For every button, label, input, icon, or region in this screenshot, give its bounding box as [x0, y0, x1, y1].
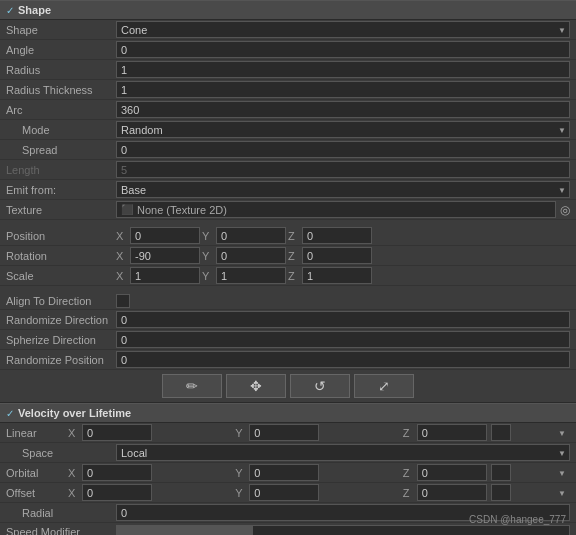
rot-z-input[interactable] [302, 247, 372, 264]
velocity-section-header[interactable]: ✓ Velocity over Lifetime [0, 403, 576, 423]
pos-x-label: X [116, 230, 126, 242]
offset-x-input[interactable] [82, 484, 152, 501]
linear-y-input[interactable] [249, 424, 319, 441]
move-button[interactable]: ✥ [226, 374, 286, 398]
align-row: Align To Direction [0, 292, 576, 310]
rot-y-input[interactable] [216, 247, 286, 264]
radius-input[interactable] [116, 61, 570, 78]
rot-y-label: Y [202, 250, 212, 262]
length-row: Length [0, 160, 576, 180]
orbital-dropdown[interactable] [491, 464, 570, 481]
linear-label: Linear [6, 427, 66, 439]
length-label: Length [6, 164, 116, 176]
offset-y-input[interactable] [249, 484, 319, 501]
shape-select-wrapper[interactable]: Cone Sphere Box [116, 21, 570, 38]
align-checkbox[interactable] [116, 294, 130, 308]
edit-button[interactable]: ✏ [162, 374, 222, 398]
offset-dropdown[interactable] [491, 484, 570, 501]
texture-label: Texture [6, 204, 116, 216]
shape-label: Shape [6, 24, 116, 36]
spherize-input[interactable] [116, 331, 570, 348]
mode-select[interactable]: Random Loop Ping-Pong [116, 121, 570, 138]
spread-input[interactable] [116, 141, 570, 158]
space-select[interactable]: Local World [116, 444, 570, 461]
space-row: Space Local World [0, 443, 576, 463]
emit-from-select-wrapper[interactable]: Base Volume Base Shell [116, 181, 570, 198]
rot-x-label: X [116, 250, 126, 262]
offset-select[interactable] [491, 484, 511, 501]
pos-z-input[interactable] [302, 227, 372, 244]
offset-x-label: X [68, 487, 78, 499]
orbital-x-input[interactable] [82, 464, 152, 481]
scale-y-input[interactable] [216, 267, 286, 284]
radius-thickness-label: Radius Thickness [6, 84, 116, 96]
scale-x-label: X [116, 270, 126, 282]
shape-row: Shape Cone Sphere Box [0, 20, 576, 40]
arc-row: Arc [0, 100, 576, 120]
randomize-pos-input[interactable] [116, 351, 570, 368]
radial-label: Radial [6, 507, 116, 519]
position-label: Position [6, 230, 116, 242]
rotate-button[interactable]: ↺ [290, 374, 350, 398]
shape-check-icon: ✓ [6, 5, 14, 16]
scale-xyz: X Y Z [116, 267, 570, 284]
space-select-wrapper[interactable]: Local World [116, 444, 570, 461]
randomize-dir-input[interactable] [116, 311, 570, 328]
pos-y-input[interactable] [216, 227, 286, 244]
scale-x-input[interactable] [130, 267, 200, 284]
mode-select-wrapper[interactable]: Random Loop Ping-Pong [116, 121, 570, 138]
linear-x-input[interactable] [82, 424, 152, 441]
orbital-y-label: Y [235, 467, 245, 479]
shape-section-header[interactable]: ✓ Shape [0, 0, 576, 20]
pos-y-label: Y [202, 230, 212, 242]
texture-value-box[interactable]: ⬛ None (Texture 2D) [116, 201, 556, 218]
orbital-label: Orbital [6, 467, 66, 479]
arc-label: Arc [6, 104, 116, 116]
pos-x-input[interactable] [130, 227, 200, 244]
spread-row: Spread [0, 140, 576, 160]
texture-row: Texture ⬛ None (Texture 2D) ◎ [0, 200, 576, 220]
emit-from-select[interactable]: Base Volume Base Shell [116, 181, 570, 198]
rot-x-input[interactable] [130, 247, 200, 264]
texture-icon: ⬛ [121, 204, 133, 215]
shape-select[interactable]: Cone Sphere Box [116, 21, 570, 38]
linear-row: Linear X Y Z [0, 423, 576, 443]
speed-modifier-bar[interactable] [116, 525, 570, 536]
scale-label: Scale [6, 270, 116, 282]
radius-label: Radius [6, 64, 116, 76]
linear-dropdown[interactable] [491, 424, 570, 441]
shape-section-title: Shape [18, 4, 51, 16]
angle-label: Angle [6, 44, 116, 56]
scale-y-label: Y [202, 270, 212, 282]
texture-target-icon[interactable]: ◎ [560, 203, 570, 217]
mode-label: Mode [6, 124, 116, 136]
randomize-pos-label: Randomize Position [6, 354, 116, 366]
radius-thickness-row: Radius Thickness [0, 80, 576, 100]
linear-z-input[interactable] [417, 424, 487, 441]
orbital-select[interactable] [491, 464, 511, 481]
length-input[interactable] [116, 161, 570, 178]
orbital-y-input[interactable] [249, 464, 319, 481]
linear-select[interactable] [491, 424, 511, 441]
orbital-z-input[interactable] [417, 464, 487, 481]
linear-z-label: Z [403, 427, 413, 439]
emit-from-label: Emit from: [6, 184, 116, 196]
offset-y-label: Y [235, 487, 245, 499]
rotation-label: Rotation [6, 250, 116, 262]
expand-icon: ⤢ [378, 378, 390, 394]
radius-thickness-input[interactable] [116, 81, 570, 98]
orbital-x-label: X [68, 467, 78, 479]
emit-from-row: Emit from: Base Volume Base Shell [0, 180, 576, 200]
randomize-dir-label: Randomize Direction [6, 314, 116, 326]
arc-input[interactable] [116, 101, 570, 118]
velocity-section-title: Velocity over Lifetime [18, 407, 131, 419]
offset-z-input[interactable] [417, 484, 487, 501]
speed-modifier-label: Speed Modifier [6, 526, 116, 536]
expand-button[interactable]: ⤢ [354, 374, 414, 398]
scale-z-input[interactable] [302, 267, 372, 284]
rotation-xyz: X Y Z [116, 247, 570, 264]
offset-z-label: Z [403, 487, 413, 499]
angle-input[interactable] [116, 41, 570, 58]
buttons-row: ✏ ✥ ↺ ⤢ [0, 370, 576, 403]
scale-row: Scale X Y Z [0, 266, 576, 286]
